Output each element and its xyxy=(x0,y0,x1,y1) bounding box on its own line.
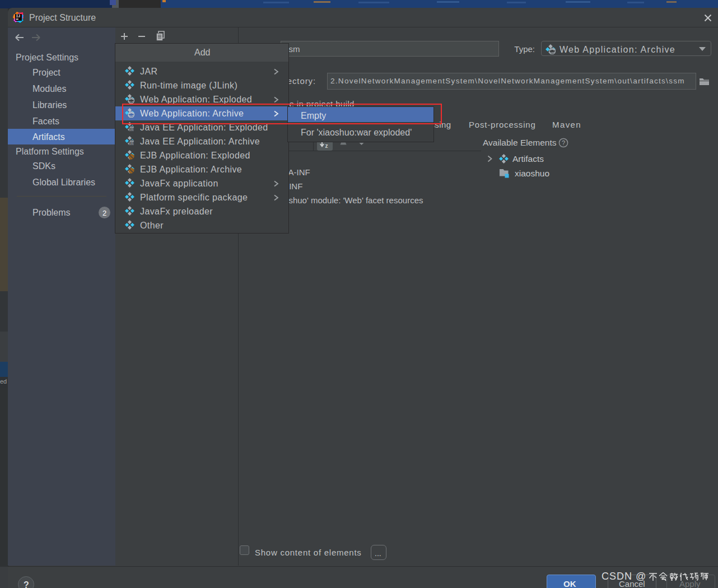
svg-text:?: ? xyxy=(562,139,565,146)
svg-text:IJ: IJ xyxy=(16,15,20,18)
svg-text:EE: EE xyxy=(130,141,134,145)
svg-text:z: z xyxy=(325,143,328,149)
svg-text:EE: EE xyxy=(130,127,134,131)
